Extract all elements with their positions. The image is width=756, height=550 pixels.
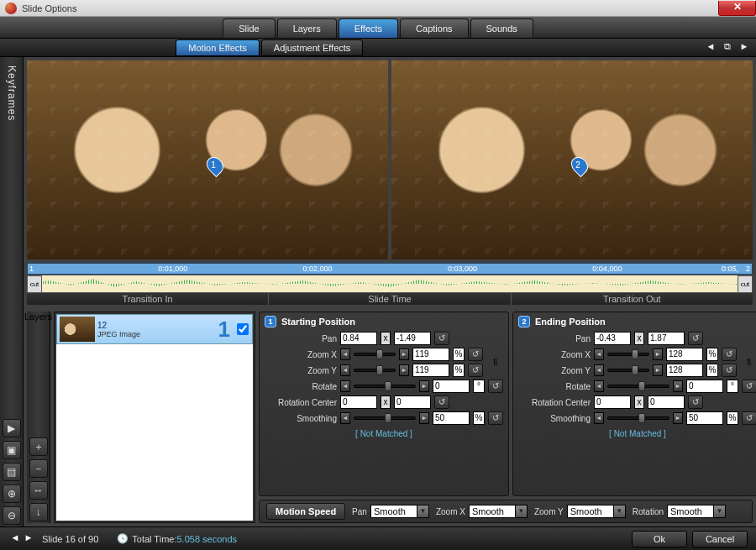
start-not-matched-link[interactable]: [ Not Matched ] [265,429,503,438]
end-zoomx-input[interactable]: 128 [666,348,703,361]
zoomx-inc[interactable]: ► [653,348,663,360]
end-smoothing-input[interactable]: 50 [686,411,723,425]
link-zoom-icon[interactable]: ⥮ [486,348,503,377]
chevron-down-icon[interactable]: ▼ [515,505,527,517]
zoomy-dec[interactable]: ◄ [340,364,350,376]
zoomy-dec[interactable]: ◄ [594,364,604,376]
zoomy-inc[interactable]: ► [653,364,663,376]
smoothing-inc[interactable]: ► [419,412,429,424]
reset-smoothing-icon[interactable]: ↺ [488,411,503,425]
ruler-start-flag[interactable]: 1 [29,265,34,273]
end-zoomy-input[interactable]: 128 [666,364,703,377]
sub-tab-bar: Motion Effects Adjustment Effects ◄ ⧉ ► [0,39,756,57]
end-pan-y-input[interactable]: 1.87 [648,332,685,345]
start-zoomy-input[interactable]: 119 [412,364,449,377]
end-pan-x-input[interactable]: -0.43 [594,332,631,345]
tab-captions[interactable]: Captions [400,18,468,38]
reset-rotcenter-icon[interactable]: ↺ [688,395,703,409]
start-smoothing-slider[interactable] [354,412,416,424]
reset-rotcenter-icon[interactable]: ↺ [434,395,449,409]
end-smoothing-slider[interactable] [607,412,669,424]
add-keyframe-button[interactable]: ▣ [3,441,21,459]
cut-out-button[interactable]: cut [738,275,753,293]
play-button[interactable]: ▶ [3,419,21,437]
smoothing-dec[interactable]: ◄ [340,412,350,424]
remove-layer-button[interactable]: － [29,459,48,478]
end-rotate-slider[interactable] [607,380,669,392]
move-layer-horizontal-button[interactable]: ↔ [29,481,48,500]
move-layer-down-button[interactable]: ↓ [29,503,48,521]
time-ruler[interactable]: 1 0:01,000 0:02,000 0:03,000 0:04,000 0:… [27,263,753,275]
ruler-end-flag[interactable]: 2 [746,265,750,273]
subtab-adjustment-effects[interactable]: Adjustment Effects [261,39,364,56]
end-rotate-input[interactable]: 0 [686,380,723,393]
cancel-button[interactable]: Cancel [692,531,748,547]
preview-end[interactable]: 2 [391,60,753,259]
rotate-inc[interactable]: ► [419,380,429,392]
start-rotcenter-x-input[interactable]: 0 [340,395,377,409]
window-close-button[interactable]: ✕ [718,1,756,16]
start-pan-x-input[interactable]: 0.84 [340,332,377,345]
rotate-dec[interactable]: ◄ [340,380,350,392]
preview-start[interactable]: 1 [27,60,388,259]
prev-keyframe-icon[interactable]: ◄ [704,41,717,55]
rotate-dec[interactable]: ◄ [594,380,604,392]
reset-pan-icon[interactable]: ↺ [688,332,703,345]
reset-rotate-icon[interactable]: ↺ [488,380,503,393]
next-keyframe-icon[interactable]: ► [738,41,751,55]
reset-zoomy-icon[interactable]: ↺ [722,364,737,377]
reset-zoomx-icon[interactable]: ↺ [722,348,737,361]
smoothing-dec[interactable]: ◄ [594,412,604,424]
layer-row[interactable]: 12 JPEG Image 1 [56,314,253,344]
prev-slide-button[interactable]: ◄ [8,532,22,546]
zoomx-inc[interactable]: ► [399,348,409,360]
reset-zoomx-icon[interactable]: ↺ [468,348,483,361]
zoom-in-button[interactable]: ⊕ [3,485,21,503]
tab-effects[interactable]: Effects [339,18,398,38]
layer-list[interactable]: 12 JPEG Image 1 [56,314,253,521]
start-zoomy-slider[interactable] [354,364,396,376]
link-zoom-icon[interactable]: ⥮ [740,348,756,377]
zoomx-dec[interactable]: ◄ [594,348,604,360]
reset-pan-icon[interactable]: ↺ [434,332,449,345]
tab-layers[interactable]: Layers [277,18,337,38]
remove-keyframe-button[interactable]: ▤ [3,463,21,481]
speed-zoomx-combo[interactable]: Smooth▼ [469,505,528,518]
layer-visible-checkbox[interactable] [237,323,249,335]
start-rotate-slider[interactable] [354,380,416,392]
reset-smoothing-icon[interactable]: ↺ [742,411,756,425]
speed-pan-combo[interactable]: Smooth▼ [370,505,429,518]
end-not-matched-link[interactable]: [ Not Matched ] [518,429,756,438]
start-zoomx-slider[interactable] [354,348,396,360]
tab-sounds[interactable]: Sounds [470,18,533,38]
end-rotcenter-x-input[interactable]: 0 [594,395,631,409]
add-layer-button[interactable]: ＋ [29,437,48,456]
cut-in-button[interactable]: cut [27,275,42,293]
zoom-out-button[interactable]: ⊖ [3,506,21,525]
tab-slide[interactable]: Slide [223,18,275,38]
start-zoomx-input[interactable]: 119 [412,348,449,361]
speed-rotation-combo[interactable]: Smooth▼ [667,505,726,518]
end-zoomx-slider[interactable] [607,348,649,360]
zoomy-inc[interactable]: ► [399,364,409,376]
end-rotcenter-y-input[interactable]: 0 [648,395,685,409]
chevron-down-icon[interactable]: ▼ [613,505,625,517]
copy-keyframe-icon[interactable]: ⧉ [721,41,734,55]
chevron-down-icon[interactable]: ▼ [417,505,428,517]
rotate-inc[interactable]: ► [673,380,683,392]
start-rotcenter-y-input[interactable]: 0 [394,395,431,409]
start-rotate-input[interactable]: 0 [433,380,470,393]
next-slide-button[interactable]: ► [22,532,35,546]
zoomx-dec[interactable]: ◄ [340,348,350,360]
ok-button[interactable]: Ok [632,531,687,547]
reset-rotate-icon[interactable]: ↺ [742,380,756,393]
start-pan-y-input[interactable]: -1.49 [394,332,431,345]
audio-waveform[interactable]: cut cut [27,275,753,293]
chevron-down-icon[interactable]: ▼ [713,505,725,517]
subtab-motion-effects[interactable]: Motion Effects [176,39,260,56]
start-smoothing-input[interactable]: 50 [433,411,470,425]
end-zoomy-slider[interactable] [607,364,649,376]
reset-zoomy-icon[interactable]: ↺ [468,364,483,377]
smoothing-inc[interactable]: ► [673,412,683,424]
speed-zoomy-combo[interactable]: Smooth▼ [567,505,626,518]
